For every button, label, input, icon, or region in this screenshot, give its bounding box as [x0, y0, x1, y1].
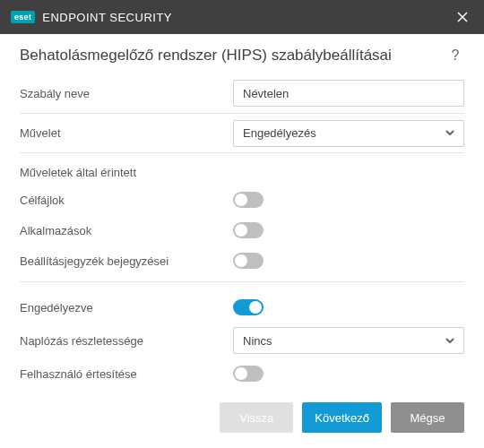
- row-notify: Felhasználó értesítése: [20, 358, 464, 389]
- action-label: Művelet: [20, 126, 233, 140]
- action-select-value: Engedélyezés: [243, 126, 316, 140]
- enabled-label: Engedélyezve: [20, 301, 233, 314]
- row-target-files: Célfájlok: [20, 185, 464, 215]
- close-button[interactable]: [450, 4, 475, 30]
- brand-main: ENDPOINT: [42, 11, 106, 24]
- registry-label: Beállításjegyzék bejegyzései: [20, 254, 233, 268]
- brand-sub: SECURITY: [109, 11, 172, 24]
- brand-badge: eset: [11, 11, 35, 23]
- row-applications: Alkalmazások: [20, 215, 464, 246]
- row-registry: Beállításjegyzék bejegyzései: [20, 246, 464, 276]
- close-icon: [457, 12, 468, 22]
- applications-label: Alkalmazások: [20, 224, 233, 237]
- cancel-button[interactable]: Mégse: [391, 402, 464, 433]
- applications-toggle[interactable]: [233, 222, 264, 238]
- operations-section-label: Műveletek által érintett: [20, 152, 464, 185]
- target-files-toggle[interactable]: [233, 192, 264, 208]
- enabled-toggle[interactable]: [233, 299, 264, 315]
- notify-label: Felhasználó értesítése: [20, 367, 233, 381]
- page-title: Behatolásmegelőző rendszer (HIPS) szabál…: [20, 47, 446, 65]
- back-button[interactable]: Vissza: [220, 402, 293, 433]
- row-logging: Naplózás részletessége Nincs: [20, 323, 464, 358]
- registry-toggle[interactable]: [233, 253, 264, 269]
- dialog-content: Szabály neve Művelet Engedélyezés Művele…: [0, 73, 484, 389]
- row-enabled: Engedélyezve: [20, 292, 464, 323]
- logging-select-value: Nincs: [243, 334, 272, 348]
- logging-select[interactable]: Nincs: [233, 327, 464, 354]
- dialog-footer: Vissza Következő Mégse: [0, 387, 484, 448]
- row-rule-name: Szabály neve: [20, 73, 464, 113]
- chevron-down-icon: [445, 334, 454, 348]
- row-action: Művelet Engedélyezés: [20, 113, 464, 152]
- dialog-header: Behatolásmegelőző rendszer (HIPS) szabál…: [0, 34, 484, 73]
- logging-label: Naplózás részletessége: [20, 334, 233, 348]
- titlebar: eset ENDPOINT SECURITY: [0, 0, 484, 34]
- rule-name-label: Szabály neve: [20, 87, 233, 100]
- brand-text: ENDPOINT SECURITY: [42, 11, 172, 24]
- action-select[interactable]: Engedélyezés: [233, 120, 464, 147]
- notify-toggle[interactable]: [233, 366, 264, 382]
- rule-name-input[interactable]: [233, 80, 464, 107]
- help-button[interactable]: ?: [446, 47, 464, 64]
- next-button[interactable]: Következő: [302, 402, 382, 433]
- chevron-down-icon: [445, 126, 454, 140]
- target-files-label: Célfájlok: [20, 194, 233, 207]
